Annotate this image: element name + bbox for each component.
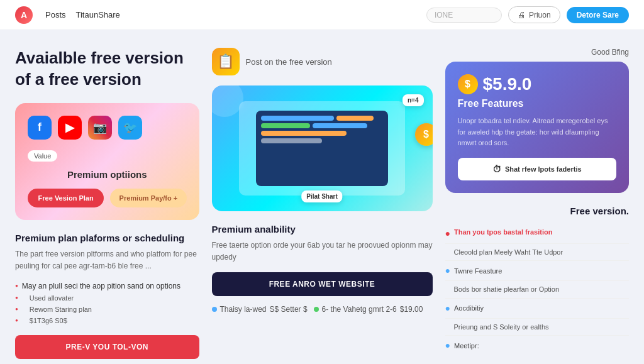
dash-screen: [256, 111, 389, 186]
premium-avail-title: Premium analbility: [212, 224, 433, 234]
dashboard-illustration: n=4 Pilat Shart $: [212, 85, 433, 211]
free-website-button[interactable]: FREE ANRO WET WEBSITE: [212, 272, 433, 296]
logo-letter: A: [21, 10, 27, 20]
scheduling-desc: The part free version pltforms and who p…: [15, 248, 199, 272]
logo-icon: A: [15, 6, 33, 24]
price-desc: Unopr tobadra tel ndiev. Aitread mereger…: [458, 116, 617, 149]
free-plan-button[interactable]: Free Vesion Plan: [28, 189, 104, 207]
instagram-icon: 📷: [88, 116, 112, 140]
left-column: Avaialble free version of a free version…: [15, 48, 199, 359]
nav-titaunshare[interactable]: TitaunShare: [76, 10, 120, 19]
price-dot-green: [314, 307, 319, 312]
feature-item-1: ● Than you tpos bastal frasition: [445, 224, 630, 244]
blue-dot-1: ●: [445, 264, 450, 277]
feature-icon-box: 📋: [212, 48, 240, 75]
price-subtitle: Free Features: [458, 98, 617, 109]
clock-icon: ⏱: [492, 164, 501, 174]
left-lower: Premium plan plaforms or scheduling The …: [15, 233, 199, 359]
value-badge: Value: [28, 150, 57, 162]
price-dot-blue: [212, 307, 217, 312]
nav-links: Posts TitaunShare: [45, 10, 120, 19]
feature-item-6: Prieung and S Soleity or ealths: [445, 319, 630, 336]
free-version-section: Free version. ● Than you tpos bastal fra…: [445, 206, 630, 356]
hero-title: Avaialble free version of a free version: [15, 48, 199, 91]
header-right: IONE 🖨 Priuon Detore Sare: [426, 6, 629, 23]
blue-dot-2: ●: [445, 302, 450, 315]
youtube-icon: ▶: [58, 116, 82, 140]
price-label-1: Thaisy la-wed: [220, 305, 267, 314]
bullet-item-4: $1T3g6 S0$: [15, 315, 199, 326]
pricing-card: $ $5.9.0 Free Features Unopr tobadra tel…: [445, 62, 630, 193]
get-started-button[interactable]: Detore Sare: [567, 7, 629, 23]
top-right-badge: n=4: [402, 94, 424, 106]
free-version-title: Free version.: [445, 206, 630, 216]
facebook-icon: f: [28, 116, 52, 140]
premium-avail-desc: Free taerte option orde your 6ab you tar…: [212, 240, 433, 263]
red-dot-1: ●: [445, 227, 450, 240]
scheduling-title: Premium plan plaforms or scheduling: [15, 233, 199, 243]
nav-posts[interactable]: Posts: [45, 10, 66, 19]
premium-avail: Premium analbility Free taerte option or…: [212, 224, 433, 314]
blue-dot-3: ●: [445, 339, 450, 352]
premium-plan-button[interactable]: Premium Pay/fo +: [110, 189, 186, 207]
dollar-icon: $: [458, 74, 478, 94]
plan-buttons: Free Vesion Plan Premium Pay/fo +: [28, 189, 187, 207]
pricing-button[interactable]: 🖨 Priuon: [508, 6, 560, 23]
main-content: Avaialble free version of a free version…: [0, 30, 644, 364]
feature-item-2: Cleoold plan Meely Waht Tte Udpor: [445, 244, 630, 262]
feature-header-text: Post on the free version: [246, 57, 332, 67]
price-value-2: $19.00: [400, 305, 423, 314]
bullet-item-3: Rewom Staring plan: [15, 304, 199, 315]
upgrade-button[interactable]: PRE-V YOU TOL-VON: [15, 335, 199, 359]
search-bar[interactable]: IONE: [426, 8, 502, 23]
bottom-badge: Pilat Shart: [301, 190, 342, 202]
feature-header: 📋 Post on the free version: [212, 48, 433, 75]
pricing-card-header: $ $5.9.0: [458, 74, 617, 94]
pricing-row: Thaisy la-wed S$ Setter $ 6- the Vahetg …: [212, 305, 433, 314]
start-trial-button[interactable]: ⏱ Shat rfew lpots fadertis: [458, 158, 617, 180]
goodbing-label: Good Bfing: [591, 48, 629, 57]
twitter-icon: 🐦: [118, 116, 142, 140]
bullet-item-1: May an plull seci the aop pition sand on…: [15, 280, 199, 292]
feature-item-5: ● Aocdibitiy: [445, 299, 630, 319]
coin-badge-right: $: [415, 123, 433, 146]
header: A Posts TitaunShare IONE 🖨 Priuon Detore…: [0, 0, 644, 30]
feature-icon: 📋: [217, 53, 234, 70]
feature-list: ● Than you tpos bastal frasition Cleoold…: [445, 224, 630, 356]
bullet-list: May an plull seci the aop pition sand on…: [15, 280, 199, 326]
price-item-1: Thaisy la-wed S$ Setter $: [212, 305, 308, 314]
price-item-2: 6- the Vahetg gmrt 2-6 $19.00: [314, 305, 423, 314]
printer-icon: 🖨: [518, 10, 526, 19]
premium-options-title: Premium optiions: [28, 169, 187, 180]
feature-item-7: ● Meetipr:: [445, 336, 630, 355]
right-column: Good Bfing $ $5.9.0 Free Features Unopr …: [445, 48, 630, 359]
goodbing-area: Good Bfing: [445, 48, 630, 57]
price-value-1: S$ Setter $: [270, 305, 308, 314]
middle-column: 📋 Post on the free version: [212, 48, 433, 359]
bullet-item-2: Used allovater: [15, 292, 199, 304]
platform-icons: f ▶ 📷 🐦: [28, 116, 187, 140]
price-amount: $5.9.0: [483, 74, 532, 94]
feature-item-4: Bods bor shatie plearfan or Option: [445, 281, 630, 299]
feature-item-3: ● Twnre Feasture: [445, 261, 630, 281]
price-label-2: 6- the Vahetg gmrt 2-6: [322, 305, 397, 314]
premium-card: f ▶ 📷 🐦 Value Premium optiions Free Vesi…: [15, 103, 199, 220]
dash-inner: [239, 101, 404, 196]
